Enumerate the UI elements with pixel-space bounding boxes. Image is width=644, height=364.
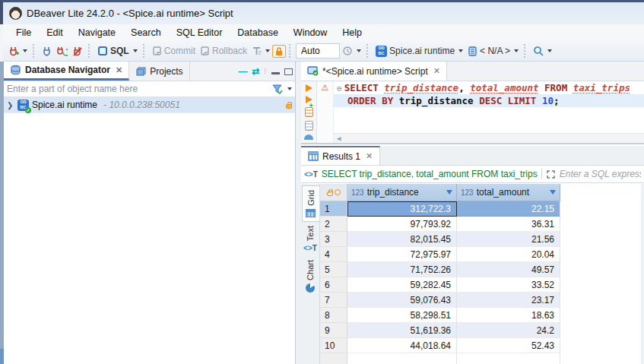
cell-total-amount[interactable]: 52.43 bbox=[457, 338, 560, 353]
table-row[interactable]: 1 312,722.3 22.15 bbox=[320, 201, 644, 217]
cell-trip-distance[interactable]: 59,076.43 bbox=[347, 293, 457, 308]
link-with-editor-icon[interactable]: ⇄ bbox=[252, 66, 259, 77]
row-number[interactable]: 4 bbox=[320, 247, 347, 262]
menu-search[interactable]: Search bbox=[124, 26, 168, 40]
cell-trip-distance[interactable]: 72,975.97 bbox=[347, 247, 457, 262]
table-row[interactable]: 5 71,752.26 49.57 bbox=[320, 262, 644, 277]
cell-total-amount[interactable]: 20.04 bbox=[457, 247, 560, 262]
close-icon[interactable]: ✕ bbox=[366, 151, 373, 161]
tab-chart[interactable]: Chart bbox=[302, 256, 319, 296]
code-line-1[interactable]: ⊖SELECT trip_distance, total_amount FROM… bbox=[334, 81, 644, 94]
chevron-right-icon[interactable]: ❯ bbox=[7, 101, 14, 109]
sql-editor-caret[interactable] bbox=[133, 49, 138, 52]
cell-total-amount[interactable]: 36.31 bbox=[457, 217, 560, 232]
column-link-trip-distance[interactable]: trip_distance bbox=[384, 82, 458, 93]
connection-readonly-toggle[interactable] bbox=[272, 45, 286, 58]
cell-trip-distance[interactable]: 97,793.92 bbox=[347, 217, 457, 232]
tab-results-1[interactable]: Results 1 ✕ bbox=[301, 146, 380, 165]
cell-total-amount[interactable]: 33.52 bbox=[457, 277, 560, 293]
menu-navigate[interactable]: Navigate bbox=[71, 26, 122, 40]
row-number[interactable]: 8 bbox=[320, 308, 347, 323]
sql-editor-button[interactable]: SQL bbox=[95, 44, 140, 58]
table-link-taxi-trips[interactable]: taxi_trips bbox=[573, 82, 630, 93]
row-number[interactable]: 7 bbox=[320, 293, 347, 308]
connection-tree-item[interactable]: ❯ ODBC✓ Spice.ai runtime - 10.0.0.238:50… bbox=[4, 97, 295, 113]
menu-file[interactable]: File bbox=[9, 26, 38, 40]
active-connection-caret[interactable] bbox=[458, 49, 463, 52]
minimize-view-button[interactable] bbox=[271, 68, 280, 74]
menu-window[interactable]: Window bbox=[287, 26, 334, 40]
cell-total-amount[interactable]: 23.17 bbox=[457, 293, 560, 308]
row-number[interactable]: 6 bbox=[320, 277, 347, 293]
table-row[interactable]: 6 59,282.45 33.52 bbox=[320, 277, 644, 293]
autocommit-combo[interactable]: Auto bbox=[296, 43, 340, 59]
column-header-total-amount[interactable]: 123 total_amount bbox=[457, 184, 560, 201]
active-schema-selector[interactable]: < N/A > bbox=[465, 44, 521, 58]
tab-sql-script[interactable]: *<Spice.ai runtime> Script ✕ bbox=[301, 62, 447, 81]
row-number[interactable]: 2 bbox=[320, 217, 347, 232]
sort-desc-icon[interactable] bbox=[550, 190, 556, 195]
grid-corner-cell[interactable] bbox=[320, 184, 347, 201]
table-row[interactable]: 3 82,015.45 21.56 bbox=[320, 232, 644, 247]
search-caret[interactable] bbox=[547, 49, 552, 52]
search-button[interactable] bbox=[531, 44, 554, 58]
connect-button[interactable] bbox=[40, 44, 54, 58]
tab-projects[interactable]: Projects bbox=[129, 62, 189, 81]
menu-edit[interactable]: Edit bbox=[40, 26, 70, 40]
close-icon[interactable]: ✕ bbox=[433, 66, 440, 76]
row-number[interactable]: 10 bbox=[320, 338, 347, 353]
script-log-icon[interactable] bbox=[305, 121, 313, 131]
execute-new-tab-button[interactable]: + bbox=[306, 96, 312, 103]
editor-hscrollbar[interactable]: ◀ bbox=[334, 133, 644, 143]
transaction-history-button[interactable] bbox=[340, 44, 363, 58]
sql-expression-input[interactable] bbox=[560, 169, 641, 179]
active-schema-caret[interactable] bbox=[514, 49, 519, 52]
row-number[interactable]: 3 bbox=[320, 232, 347, 247]
transaction-caret[interactable] bbox=[265, 49, 270, 52]
menu-help[interactable]: Help bbox=[335, 26, 369, 40]
table-row[interactable]: 2 97,793.92 36.31 bbox=[320, 217, 644, 232]
cell-trip-distance[interactable]: 58,298.51 bbox=[347, 308, 457, 323]
reconnect-button[interactable] bbox=[54, 44, 70, 58]
cell-total-amount[interactable]: 21.56 bbox=[457, 232, 560, 247]
table-row[interactable]: 8 58,298.51 18.63 bbox=[320, 308, 644, 323]
explain-plan-icon[interactable] bbox=[304, 135, 313, 140]
cell-trip-distance[interactable]: 51,619.36 bbox=[347, 323, 457, 338]
table-row[interactable]: 4 72,975.97 20.04 bbox=[320, 247, 644, 262]
cell-trip-distance[interactable]: 59,282.45 bbox=[347, 277, 457, 293]
maximize-view-button[interactable] bbox=[284, 68, 293, 75]
cell-total-amount[interactable]: 49.57 bbox=[457, 262, 560, 277]
table-row[interactable]: 9 51,619.36 24.2 bbox=[320, 323, 644, 338]
cell-trip-distance[interactable]: 82,015.45 bbox=[347, 232, 457, 247]
column-link-total-amount[interactable]: total_amount bbox=[470, 82, 538, 93]
execute-statement-button[interactable] bbox=[306, 84, 312, 92]
row-number[interactable]: 9 bbox=[320, 323, 347, 338]
cell-total-amount[interactable]: 18.63 bbox=[457, 308, 560, 323]
transaction-log-button[interactable] bbox=[249, 44, 272, 58]
row-number[interactable]: 1 bbox=[320, 201, 347, 217]
code-area[interactable]: ⊖SELECT trip_distance, total_amount FROM… bbox=[334, 81, 644, 143]
fold-collapse-icon[interactable]: ⊖ bbox=[337, 84, 342, 93]
new-connection-button[interactable] bbox=[6, 44, 30, 58]
cell-total-amount[interactable]: 22.15 bbox=[457, 201, 560, 217]
new-connection-caret[interactable] bbox=[23, 49, 27, 52]
collapse-all-icon[interactable]: — bbox=[238, 66, 247, 77]
object-filter-input[interactable] bbox=[7, 84, 269, 94]
tab-grid[interactable]: Grid bbox=[302, 185, 319, 222]
active-connection-selector[interactable]: ODBC Spice.ai runtime bbox=[373, 44, 465, 59]
cell-total-amount[interactable]: 24.2 bbox=[457, 323, 560, 338]
menu-sql-editor[interactable]: SQL Editor bbox=[170, 26, 230, 40]
row-number[interactable]: 5 bbox=[320, 262, 347, 277]
grid-vscrollbar[interactable] bbox=[641, 184, 644, 364]
code-line-2[interactable]: ORDER BY trip_distance DESC LIMIT 10; bbox=[334, 94, 644, 107]
close-icon[interactable]: ✕ bbox=[116, 65, 122, 75]
filter-caret[interactable] bbox=[287, 87, 292, 90]
filter-funnel-icon[interactable] bbox=[272, 84, 283, 94]
sort-desc-icon[interactable] bbox=[446, 190, 452, 195]
cell-trip-distance[interactable]: 71,752.26 bbox=[347, 262, 457, 277]
cell-trip-distance[interactable]: 312,722.3 bbox=[347, 201, 457, 217]
cell-trip-distance[interactable]: 44,018.64 bbox=[347, 338, 457, 353]
menu-database[interactable]: Database bbox=[230, 26, 285, 40]
disconnect-button[interactable] bbox=[70, 44, 85, 58]
expand-panel-icon[interactable] bbox=[546, 169, 556, 179]
